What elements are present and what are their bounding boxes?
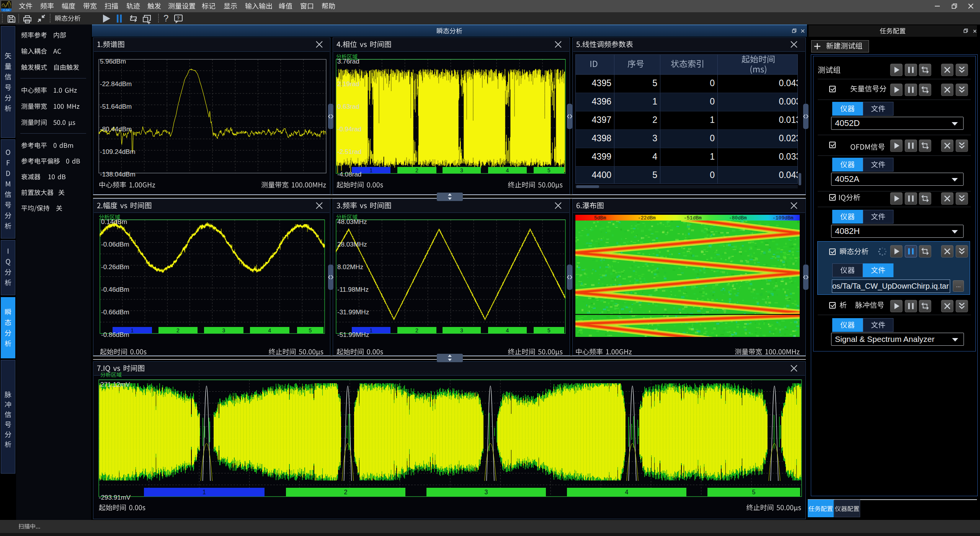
svg-text:C-SA: C-SA [3,9,10,11]
